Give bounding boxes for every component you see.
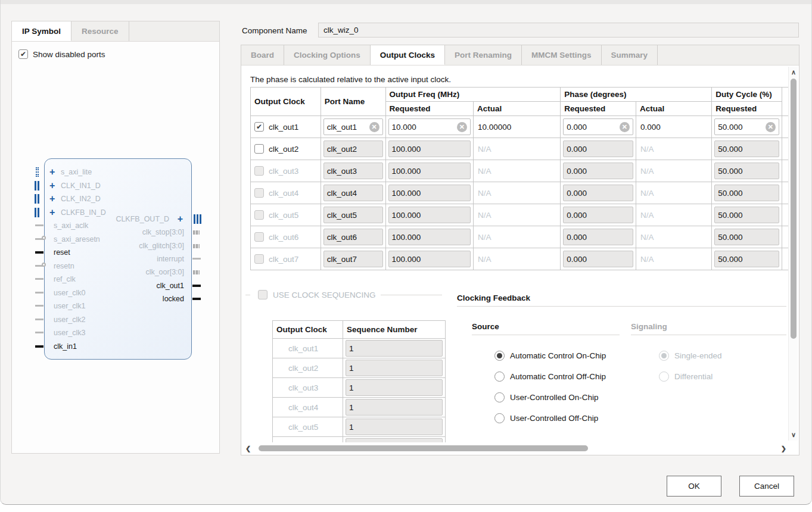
sequence-number-value: 1: [349, 403, 354, 412]
clock-table-row-clk-out7: clk_out7clk_out7100.000N/A0.000N/A50.000: [251, 248, 790, 270]
enable-clk-out6-checkbox[interactable]: [254, 232, 264, 242]
sequencing-group-line-right: [374, 295, 442, 295]
enable-clk-out1-checkbox[interactable]: ✔: [254, 122, 264, 132]
ip-port-clk-stop-3-0: clk_stop[3:0]: [84, 226, 191, 238]
tab-summary[interactable]: Summary: [602, 45, 658, 65]
clear-field-icon[interactable]: ✕: [369, 122, 379, 132]
expand-interface-icon[interactable]: +: [49, 166, 55, 178]
use-clock-sequencing-row[interactable]: USE CLOCK SEQUENCING: [258, 290, 381, 299]
show-disabled-ports-checkbox[interactable]: ✔: [18, 49, 28, 59]
sequence-row-clk-out4: clk_out41: [273, 398, 446, 417]
sequence-row-clk-out3: clk_out31: [273, 378, 446, 398]
freq-requested-field-value: 100.000: [392, 211, 421, 220]
port-name-label: CLK_IN2_D: [61, 193, 101, 205]
ip-port-clk-glitch-3-0: clk_glitch[3:0]: [84, 240, 191, 252]
port-name-field: clk_out2: [323, 141, 383, 157]
interface-bus-icon: [194, 214, 201, 224]
clock-table-row-clk-out2: clk_out2clk_out2100.000N/A0.000N/A50.000: [251, 138, 790, 160]
col-duty-cycle: Duty Cycle (%): [712, 88, 782, 102]
radio-automatic-control-off-chip[interactable]: [494, 371, 505, 382]
radio-user-controlled-on-chip[interactable]: [494, 392, 505, 402]
expand-interface-icon[interactable]: +: [49, 180, 55, 192]
expand-interface-icon[interactable]: +: [49, 207, 55, 218]
phase-actual-value: 0.000: [639, 123, 661, 132]
radio-row-single-ended[interactable]: Single-ended: [659, 351, 722, 361]
port-name-field: clk_out4: [323, 185, 383, 201]
tab-board[interactable]: Board: [241, 45, 284, 65]
radio-differential[interactable]: [659, 371, 669, 382]
port-name-label: user_clk1: [54, 300, 86, 312]
freq-requested-field-value: 100.000: [392, 145, 421, 154]
enable-clk-out7-checkbox[interactable]: [254, 254, 264, 264]
clocking-feedback-title: Clocking Feedback: [457, 294, 530, 302]
tab-mmcm-settings[interactable]: MMCM Settings: [522, 45, 602, 65]
port-name-field-value: clk_out2: [327, 145, 357, 154]
cancel-button[interactable]: Cancel: [739, 476, 794, 497]
radio-automatic-control-on-chip[interactable]: [494, 351, 505, 361]
enable-clk-out2-checkbox[interactable]: [254, 144, 264, 154]
enable-clk-out3-checkbox[interactable]: [254, 166, 264, 176]
tab-clocking-options[interactable]: Clocking Options: [284, 45, 371, 65]
clock-table-row-clk-out4: clk_out4clk_out4100.000N/A0.000N/A50.000: [251, 182, 790, 204]
duty-requested-field-value: 50.000: [718, 211, 742, 220]
radio-label-user-controlled-on-chip: User-Controlled On-Chip: [510, 393, 599, 402]
radio-user-controlled-off-chip[interactable]: [494, 413, 505, 423]
pin-stub-icon: [35, 224, 43, 226]
tab-port-renaming[interactable]: Port Renaming: [445, 45, 522, 65]
phase-requested-field[interactable]: 0.000✕: [563, 118, 633, 135]
scroll-right-icon[interactable]: ❯: [781, 445, 786, 452]
scroll-up-icon[interactable]: ∧: [791, 69, 796, 76]
tab-resource[interactable]: Resource: [71, 21, 129, 41]
radio-label-differential: Differential: [674, 372, 713, 381]
use-clock-sequencing-checkbox[interactable]: [258, 290, 267, 299]
radio-row-automatic-control-off-chip[interactable]: Automatic Control Off-Chip: [494, 371, 606, 382]
sequence-row-clk-out5: clk_out51: [273, 417, 446, 437]
scroll-down-icon[interactable]: ∨: [791, 432, 796, 438]
scroll-left-icon[interactable]: ❮: [245, 445, 251, 452]
interface-bus-icon: [35, 208, 39, 217]
col-port-name: Port Name: [321, 88, 385, 116]
horizontal-scroll-thumb[interactable]: [259, 445, 588, 451]
duty-requested-field-value: 50.000: [718, 189, 742, 198]
phase-actual-value: N/A: [639, 145, 654, 154]
show-disabled-ports-row[interactable]: ✔ Show disabled ports: [18, 49, 105, 59]
vertical-scrollbar[interactable]: ∧ ∨: [788, 67, 798, 441]
ip-port-clkfb-out-d: CLKFB_OUT_D+: [84, 213, 191, 225]
radio-row-differential[interactable]: Differential: [659, 371, 713, 382]
freq-requested-field: 100.000: [388, 141, 471, 157]
col-freq-requested: Requested: [385, 102, 473, 116]
radio-single-ended[interactable]: [659, 351, 669, 361]
tab-output-clocks[interactable]: Output Clocks: [371, 45, 445, 65]
radio-row-user-controlled-on-chip[interactable]: User-Controlled On-Chip: [494, 392, 599, 402]
sequence-number-value: 1: [349, 383, 354, 392]
clear-field-icon[interactable]: ✕: [457, 122, 467, 132]
radio-row-user-controlled-off-chip[interactable]: User-Controlled Off-Chip: [494, 413, 598, 423]
expand-interface-icon[interactable]: +: [178, 213, 183, 225]
clear-field-icon[interactable]: ✕: [766, 122, 776, 132]
freq-actual-value: N/A: [476, 233, 491, 242]
freq-requested-field: 100.000: [388, 251, 471, 267]
radio-row-automatic-control-on-chip[interactable]: Automatic Control On-Chip: [494, 351, 606, 361]
port-name-label: s_axi_aclk: [54, 220, 88, 232]
col-phase: Phase (degrees): [561, 88, 712, 102]
port-name-field: clk_out7: [323, 251, 383, 267]
radio-label-automatic-control-off-chip: Automatic Control Off-Chip: [510, 372, 606, 381]
horizontal-scrollbar[interactable]: ❮ ❯: [244, 444, 788, 453]
freq-requested-field[interactable]: 10.000✕: [388, 118, 471, 135]
freq-requested-field-value: 100.000: [392, 167, 421, 176]
sequence-number-value: 1: [349, 442, 354, 443]
clock-label: clk_out6: [269, 233, 298, 242]
vertical-scroll-thumb[interactable]: [791, 79, 797, 339]
duty-requested-field[interactable]: 50.000✕: [714, 118, 779, 135]
phase-requested-field-value: 0.000: [567, 211, 587, 220]
expand-interface-icon[interactable]: +: [49, 193, 55, 205]
port-name-field[interactable]: clk_out1✕: [323, 118, 383, 135]
pin-stub-icon: [35, 345, 43, 348]
ok-button[interactable]: OK: [667, 476, 721, 497]
enable-clk-out5-checkbox[interactable]: [254, 210, 264, 220]
enable-clk-out4-checkbox[interactable]: [254, 188, 264, 198]
tab-ip-symbol[interactable]: IP Symbol: [12, 21, 71, 41]
clear-field-icon[interactable]: ✕: [620, 122, 630, 132]
component-name-input[interactable]: clk_wiz_0: [318, 23, 799, 38]
sequencing-group-line-left: [245, 295, 250, 295]
